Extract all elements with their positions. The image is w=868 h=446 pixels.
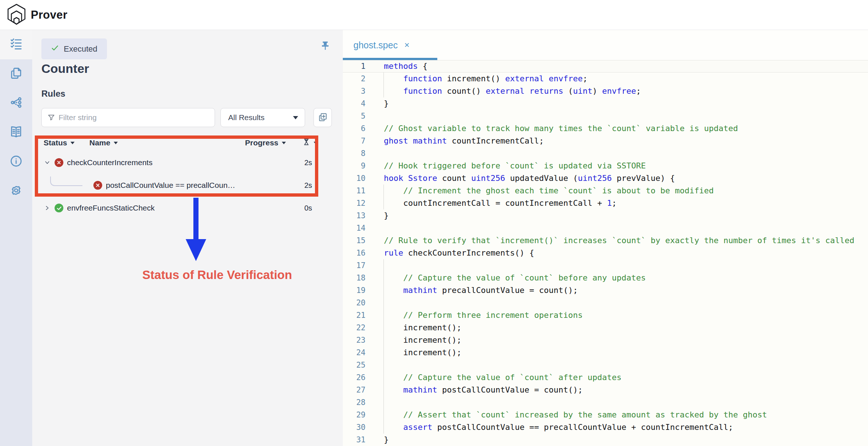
column-header-progress[interactable]: Progress (245, 134, 286, 151)
code-line: 28 (343, 396, 868, 409)
code-line: 9// Hook triggered before `count` is upd… (343, 160, 868, 172)
line-number: 13 (343, 209, 378, 222)
code-line: 20 (343, 297, 868, 309)
code-line: 13} (343, 209, 868, 222)
code-line: 22 increment(); (343, 322, 868, 334)
info-icon (10, 155, 22, 168)
sidebar-item-settings[interactable] (0, 176, 32, 206)
line-number: 25 (343, 359, 378, 371)
hexagon-logo-icon (7, 4, 26, 26)
line-number: 6 (343, 122, 378, 135)
code-line: 27 mathint postCallCountValue = count(); (343, 384, 868, 396)
line-number: 2 (343, 73, 378, 85)
line-number: 20 (343, 297, 378, 309)
chevron-down-icon (293, 116, 298, 119)
code-line: 2 function increment() external envfree; (343, 73, 868, 85)
code-line: 12 countIncrementCall = countIncrementCa… (343, 197, 868, 209)
sidebar (0, 30, 32, 446)
results-filter-value: All Results (228, 113, 264, 122)
column-header-status[interactable]: Status (44, 134, 75, 151)
error-status-icon (93, 181, 102, 190)
code-line: 16rule checkCounterIncrements() { (343, 247, 868, 259)
tab-label: ghost.spec (353, 40, 398, 51)
code-line: 30 assert postCallCountValue == precallC… (343, 421, 868, 434)
line-number: 24 (343, 346, 378, 359)
editor-tab-bar: ghost.spec × (343, 30, 868, 60)
pin-button[interactable] (318, 40, 333, 54)
sort-caret-icon (71, 141, 75, 144)
chevron-down-icon[interactable] (43, 160, 52, 166)
duplicate-run-button[interactable] (314, 108, 332, 127)
code-content[interactable]: 1methods {2 function increment() externa… (343, 60, 868, 446)
line-number: 4 (343, 97, 378, 110)
sidebar-item-rules[interactable] (0, 30, 32, 59)
sidebar-item-call-graph[interactable] (0, 89, 32, 118)
line-number: 15 (343, 234, 378, 247)
code-line: 25 (343, 359, 868, 371)
line-number: 5 (343, 110, 378, 122)
sidebar-item-documentation[interactable] (0, 118, 32, 147)
line-number: 23 (343, 334, 378, 346)
hourglass-icon (303, 138, 310, 148)
column-header-duration[interactable] (303, 134, 318, 151)
line-number: 9 (343, 160, 378, 172)
code-line: 5 (343, 110, 868, 122)
line-number: 1 (343, 60, 378, 73)
line-number: 16 (343, 247, 378, 259)
page-title: Counter (41, 62, 89, 76)
success-status-icon (55, 204, 63, 212)
code-line: 29 // Assert that `count` increased by t… (343, 409, 868, 421)
status-badge-label: Executed (64, 44, 97, 54)
line-number: 22 (343, 322, 378, 334)
prover-logo[interactable]: Prover (7, 4, 67, 26)
line-number: 27 (343, 384, 378, 396)
code-line: 19 mathint precallCountValue = count(); (343, 284, 868, 297)
code-line: 11 // Increment the ghost each time `cou… (343, 185, 868, 197)
app-title: Prover (31, 8, 67, 22)
close-icon[interactable]: × (404, 41, 409, 49)
rule-row[interactable]: postCallCountValue == precallCoun…2s (32, 174, 343, 197)
gear-icon (10, 185, 22, 198)
checklist-icon (10, 38, 22, 51)
code-line: 3 function count() external returns (uin… (343, 85, 868, 97)
chevron-right-icon[interactable] (43, 205, 52, 211)
line-number: 11 (343, 185, 378, 197)
filter-input[interactable] (41, 108, 215, 127)
pushpin-icon (319, 49, 332, 54)
line-number: 26 (343, 371, 378, 384)
rule-name: checkCounterIncrements (67, 158, 152, 167)
rules-panel: Executed Counter Rules All Results Statu… (32, 30, 343, 446)
rule-name: envfreeFuncsStaticCheck (67, 204, 155, 212)
code-line: 1methods { (343, 60, 868, 73)
rules-table-header: Status Name Progress (32, 134, 343, 151)
line-number: 29 (343, 409, 378, 421)
line-number: 10 (343, 172, 378, 185)
sidebar-item-info[interactable] (0, 147, 32, 176)
code-line: 4} (343, 97, 868, 110)
rules-section-title: Rules (41, 89, 65, 99)
error-status-icon (55, 158, 63, 167)
rule-row[interactable]: envfreeFuncsStaticCheck0s (32, 197, 343, 219)
rule-row[interactable]: checkCounterIncrements2s (32, 151, 343, 174)
line-number: 8 (343, 147, 378, 160)
check-icon (51, 44, 59, 54)
copy-files-icon (10, 67, 22, 81)
sidebar-item-contracts[interactable] (0, 59, 32, 89)
code-line: 17 (343, 259, 868, 272)
tab-ghost-spec[interactable]: ghost.spec × (353, 30, 409, 60)
rule-duration: 2s (304, 159, 312, 167)
code-line: 10hook Sstore count uint256 updatedValue… (343, 172, 868, 185)
line-number: 18 (343, 272, 378, 284)
results-filter-dropdown[interactable]: All Results (220, 108, 305, 127)
annotation-arrowhead (186, 239, 206, 261)
code-line: 31} (343, 434, 868, 446)
line-number: 3 (343, 85, 378, 97)
line-number: 7 (343, 135, 378, 147)
code-line: 14 (343, 222, 868, 234)
code-line: 23 increment(); (343, 334, 868, 346)
column-header-name[interactable]: Name (89, 134, 118, 151)
line-number: 31 (343, 434, 378, 446)
sort-caret-icon (314, 141, 318, 144)
copy-plus-icon (318, 112, 327, 123)
code-editor: ghost.spec × 1methods {2 function increm… (343, 30, 868, 446)
